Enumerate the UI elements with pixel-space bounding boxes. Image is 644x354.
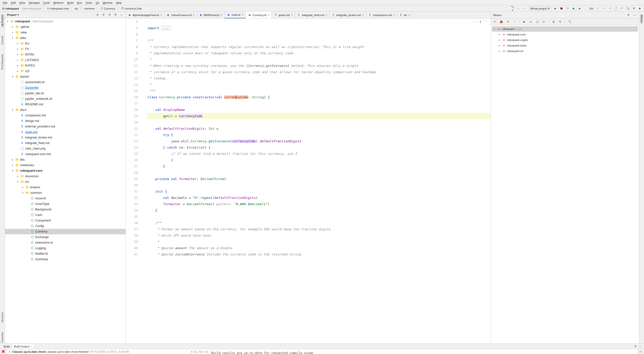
git-update-icon[interactable]: ✓	[596, 7, 600, 10]
editor-tab-ibkrfeed-kt[interactable]: ◆IBKRFeed.kt×	[197, 12, 225, 18]
tree-node-listings[interactable]: ▸📁LISTINGS	[5, 57, 126, 63]
chevron-down-icon[interactable]: ˇ	[486, 20, 488, 23]
tree-node-docker[interactable]: ▾📁docker	[5, 74, 126, 79]
code-line[interactable]: val defaultFractionDigits: Int =	[147, 125, 491, 132]
code-line[interactable]: /**	[147, 220, 491, 226]
code-line[interactable]: /**	[147, 37, 491, 44]
close-icon[interactable]: ×	[30, 345, 31, 348]
code-line[interactable]: **/	[147, 88, 491, 94]
settings-icon[interactable]: ⚙	[632, 7, 636, 10]
git-commit-icon[interactable]: ✓	[602, 7, 606, 10]
tree-node-src[interactable]: ▾📁src	[5, 179, 126, 185]
editor-tab-currency-kt[interactable]: ◆Currency.kt×	[246, 12, 272, 18]
code-line[interactable]: }	[147, 163, 491, 169]
code-line[interactable]: * @param amount The amount as a Double	[147, 245, 491, 251]
build-output-tab[interactable]: Build Output ×	[13, 344, 33, 348]
menu-refactor[interactable]: Refactor	[52, 1, 65, 5]
tree-node-config[interactable]: ⒸConfig	[5, 223, 126, 229]
editor-tab-integrate-feed-md[interactable]: ⬇integrate_feed.md×	[295, 12, 330, 18]
profiler-icon[interactable]: ◉	[572, 7, 576, 10]
close-icon[interactable]: ×	[193, 13, 195, 17]
select-opened-file-icon[interactable]: ⊕	[95, 13, 99, 16]
breadcrumb-project[interactable]: ▤ roboquant	[2, 7, 19, 10]
tree-node-summary[interactable]: ⒸSummary	[5, 256, 126, 262]
tree-node-currency[interactable]: ⒸCurrency	[5, 229, 126, 234]
tree-node-eu[interactable]: ▸📁EU	[5, 41, 126, 46]
code-line[interactable]	[147, 119, 491, 125]
tree-node-design-md[interactable]: ⬇design.md	[5, 118, 126, 124]
tree-node-notebooks[interactable]: ▸📁notebooks	[5, 162, 126, 168]
settings-icon[interactable]: ⚙	[626, 13, 630, 17]
editor-tab-de[interactable]: ⬇de×	[397, 12, 412, 18]
settings-icon[interactable]: ⚙	[113, 13, 117, 16]
tree-node-brokers[interactable]: ▸📁brokers	[5, 185, 126, 190]
expand-all-icon[interactable]: ⇵	[101, 13, 105, 16]
run-icon[interactable]: ▶	[553, 7, 557, 10]
git-history-icon[interactable]: 🕐	[614, 7, 618, 10]
favorites-tool-button[interactable]: Favorites	[1, 331, 4, 343]
menu-navigate[interactable]: Navigate	[27, 1, 41, 5]
execute-goal-icon[interactable]: m	[529, 20, 533, 23]
menu-file[interactable]: File	[2, 1, 9, 5]
menu-tools[interactable]: Tools	[84, 1, 94, 5]
close-icon[interactable]: ×	[325, 13, 327, 17]
code-line[interactable]: * lookup.	[147, 75, 491, 81]
generate-sources-icon[interactable]: 📥	[499, 20, 503, 23]
chevron-up-icon[interactable]: ˆ	[483, 20, 485, 23]
code-line[interactable]: *	[147, 239, 491, 245]
tree-node-resources[interactable]: ▸📁resources	[5, 173, 126, 179]
editor-tab-comparison-md[interactable]: ⬇comparison.md×	[366, 12, 397, 18]
coverage-icon[interactable]: ⟳	[566, 7, 570, 10]
tree-node-exchange[interactable]: ⒸExchange	[5, 234, 126, 240]
project-tree[interactable]: ▾📁roboquant~/dev/roboquant▸📁.github▸📁.id…	[5, 18, 126, 343]
menu-window[interactable]: Window	[101, 1, 114, 5]
pull-requests-tool-button[interactable]: Pull Requests	[1, 53, 4, 71]
hide-icon[interactable]: —	[119, 13, 124, 16]
tree-node-assettype[interactable]: ⒸAssetType	[5, 201, 126, 207]
tree-node-intra[interactable]: ▸📁INTRA	[5, 52, 126, 57]
code-line[interactable]: * When creating a new currency instance,…	[147, 63, 491, 69]
code-area[interactable]: import .../** * Currency implementation …	[145, 19, 491, 343]
menu-code[interactable]: Code	[42, 1, 51, 5]
git-rollback-icon[interactable]: ↶	[620, 7, 624, 10]
editor-tab-main-kt[interactable]: ◆main.kt×	[225, 12, 246, 18]
code-line[interactable]: java.util.Currency.getInstance(currencyC…	[147, 138, 491, 144]
code-line[interactable]: * while JPY would have none.	[147, 232, 491, 239]
code-line[interactable]: formatter = DecimalFormat( pattern: "#,#…	[147, 201, 491, 207]
tree-node-jupyter-lab-sh[interactable]: 📄jupyter_lab.sh	[5, 91, 126, 96]
code-line[interactable]: // If we cannot find a default fraction …	[147, 151, 491, 157]
close-icon[interactable]: ×	[268, 13, 269, 17]
collapse-all-icon[interactable]: ⇅	[107, 13, 111, 16]
tree-node-roboquant-core[interactable]: ▾📁roboquant-core	[5, 168, 126, 173]
tree-node-integrate-feed-md[interactable]: ⬇integrate_feed.md	[5, 140, 126, 146]
code-line[interactable]: * Currency implementation that supports …	[147, 44, 491, 50]
next-occurrence-icon[interactable]: →	[522, 7, 527, 10]
editor-tab-yahoofinance-kt[interactable]: ◆YahooFinance.kt×	[164, 12, 197, 18]
inspection-widget[interactable]: ✓ ⚠ 1 ˆ ˇ	[472, 20, 489, 24]
soft-wrap-icon[interactable]: ↩	[639, 350, 643, 353]
tree-node-fx[interactable]: ▸📁FX	[5, 46, 126, 52]
tree-node-libs[interactable]: ▸📁libs	[5, 157, 126, 162]
editor-tab-alphavantagefeed-kt[interactable]: ◆AlphaVantageFeed.kt×	[126, 12, 164, 18]
tree-node-dockerfile[interactable]: 📄Dockerfile	[5, 85, 126, 91]
code-line[interactable]: private val formatter: DecimalFormat	[147, 176, 491, 182]
code-line[interactable]: * Format an amount based on the currency…	[147, 226, 491, 232]
hide-icon[interactable]: —	[638, 345, 642, 348]
close-icon[interactable]: ×	[408, 13, 410, 17]
maven-node-roboquant-crypto[interactable]: ▸mroboquant-crypto	[492, 37, 638, 43]
tree-node-goals-md[interactable]: ⬇goals.md	[5, 129, 126, 135]
tree-node-logging[interactable]: ⒸLogging	[5, 245, 126, 251]
stop-icon[interactable]: ■	[578, 7, 582, 10]
show-dependencies-icon[interactable]: ⊞	[552, 20, 556, 23]
code-line[interactable]: *	[147, 56, 491, 63]
breadcrumb-src[interactable]: src	[75, 7, 78, 10]
code-line[interactable]: 2	[147, 157, 491, 163]
tree-node-roboquant-core-md[interactable]: ⬇roboquant-core.md	[5, 151, 126, 157]
close-icon[interactable]: ×	[221, 13, 222, 17]
editor-tab-integrate-broker-md[interactable]: ⬇integrate_broker.md×	[329, 12, 366, 18]
tree-node-asset-kt[interactable]: ⒸAsset.kt	[5, 196, 126, 201]
tree-node-us[interactable]: ▸📁US	[5, 68, 126, 74]
close-icon[interactable]: ×	[362, 13, 364, 17]
build-icon[interactable]: 🔨▾	[510, 5, 514, 12]
tree-node-extensions-kt[interactable]: Ⓒextensions.kt	[5, 240, 126, 245]
